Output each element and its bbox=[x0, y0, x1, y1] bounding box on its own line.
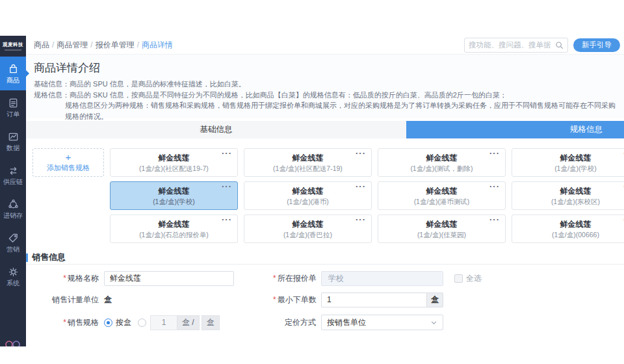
spec-card-subtitle: (1盒/盒)(学校) bbox=[153, 198, 195, 205]
spec-unit-b[interactable]: 盒 bbox=[202, 315, 220, 330]
breadcrumb-quotation-management[interactable]: 报价单管理 bbox=[96, 40, 135, 51]
spec-card-title: 鲜金线莲 bbox=[426, 153, 458, 162]
sidebar-item-marketing[interactable]: 营销 bbox=[0, 226, 26, 259]
spec-card[interactable]: ··· 鲜金线莲 (1盒/盒)(佳菜园) bbox=[378, 214, 506, 243]
plus-icon: + bbox=[66, 152, 72, 162]
customer-service-icon[interactable] bbox=[4, 339, 22, 346]
radio-by-box[interactable] bbox=[104, 318, 112, 327]
spec-card-selected[interactable]: ··· 鲜金线莲 (1盒/盒)(学校) bbox=[110, 181, 238, 210]
page-title: 商品详情介绍 bbox=[34, 60, 616, 75]
spec-card-subtitle: (1盒/盒)(社区配送7-19) bbox=[273, 164, 343, 172]
select-all-option[interactable]: 全选 bbox=[454, 273, 482, 284]
spec-card-title: 鲜金线莲 bbox=[560, 220, 592, 229]
sale-unit-row: 销售计量单位 盒 bbox=[31, 291, 112, 308]
price-sheet-label: 所在报价单 bbox=[273, 273, 316, 284]
select-all-checkbox[interactable] bbox=[454, 274, 463, 283]
spec-card[interactable]: ··· 鲜金线莲 (1盒/盒)(测试，删除) bbox=[378, 148, 506, 177]
add-sale-spec-label: 添加销售规格 bbox=[47, 163, 90, 173]
sidebar-item-label: 订单 bbox=[6, 111, 20, 118]
card-menu-icon[interactable]: ··· bbox=[356, 182, 366, 191]
spec-card-title: 鲜金线莲 bbox=[159, 153, 190, 162]
sidebar-item-data[interactable]: 数据 bbox=[0, 124, 26, 158]
sidebar-item-system[interactable]: 系统 bbox=[0, 259, 26, 293]
chevron-down-icon bbox=[430, 319, 437, 326]
sidebar-item-inventory[interactable]: 进销存 bbox=[0, 192, 26, 226]
spec-card-area: + 添加销售规格 ··· 鲜金线莲 (1盒/盒)(社区配送19-7) ··· 鲜… bbox=[26, 138, 624, 246]
add-sale-spec-button[interactable]: + 添加销售规格 bbox=[32, 148, 104, 177]
tab-spec-info[interactable]: 规格信息 bbox=[406, 121, 624, 138]
spec-qty-input[interactable]: 1 bbox=[150, 315, 177, 330]
spec-name-input[interactable] bbox=[104, 271, 234, 286]
spec-card-subtitle: (1盒/盒)(测试，删除) bbox=[410, 164, 473, 172]
sale-unit-value: 盒 bbox=[104, 294, 112, 306]
product-detail-intro: 商品详情介绍 基础信息：商品的 SPU 信息，是商品的标准特征描述，比如白菜。 … bbox=[26, 55, 624, 118]
spec-unit-a[interactable]: 盒 / bbox=[177, 315, 200, 330]
spec-card[interactable]: ··· 鲜金线莲 (1盒/盒)(东校区) bbox=[512, 181, 624, 210]
sidebar-item-supply-chain[interactable]: 供应链 bbox=[0, 158, 26, 192]
spec-card[interactable]: ··· 鲜金线莲 (1盒/盒)(社区配送7-19) bbox=[244, 148, 372, 177]
spec-card-subtitle: (1盒/盒)(东校区) bbox=[551, 198, 600, 205]
breadcrumb-goods[interactable]: 商品 bbox=[34, 40, 49, 51]
app-logo[interactable]: 观麦科技 bbox=[0, 36, 26, 57]
breadcrumb-current-page: 商品详情 bbox=[142, 40, 173, 51]
pricing-label: 定价方式 bbox=[273, 317, 316, 328]
min-order-label: 最小下单数 bbox=[273, 294, 316, 306]
spec-name-label: 规格名称 bbox=[31, 273, 99, 284]
radio-custom-spec[interactable] bbox=[138, 318, 146, 327]
intro-line-basic: 基础信息：商品的 SPU 信息，是商品的标准特征描述，比如白菜。 bbox=[34, 79, 616, 90]
spec-card-title: 鲜金线莲 bbox=[292, 153, 324, 162]
card-menu-icon[interactable]: ··· bbox=[222, 215, 232, 224]
spec-card[interactable]: ··· 鲜金线莲 (1盒/盒)(社区配送19-7) bbox=[110, 148, 238, 177]
intro-line-spec: 规格信息：商品的 SKU 信息，按商品是不同特征分为不同的规格，比如商品【白菜】… bbox=[34, 90, 616, 101]
sale-unit-label: 销售计量单位 bbox=[31, 294, 99, 306]
cycle-icon bbox=[7, 198, 20, 211]
card-menu-icon[interactable]: ··· bbox=[222, 149, 232, 158]
beginner-guide-button[interactable]: 新手引导 bbox=[573, 38, 620, 52]
spec-card-title: 鲜金线莲 bbox=[292, 220, 324, 229]
sidebar-item-label: 进销存 bbox=[3, 213, 23, 219]
card-menu-icon[interactable]: ··· bbox=[356, 149, 366, 158]
spec-card[interactable]: ··· 鲜金线莲 (1盒/盒)(石总的报价单) bbox=[110, 214, 238, 243]
bag-icon bbox=[7, 63, 20, 75]
price-sheet-row: 所在报价单 学校 全选 bbox=[273, 270, 482, 287]
pricing-select[interactable]: 按销售单位 bbox=[321, 315, 443, 330]
spec-card[interactable]: ··· 鲜金线莲 (1盒/盒)(港币) bbox=[244, 181, 372, 210]
search-icon[interactable] bbox=[555, 41, 564, 49]
price-sheet-input[interactable]: 学校 bbox=[321, 271, 443, 286]
breadcrumb-separator: / bbox=[90, 40, 92, 49]
breadcrumb-goods-management[interactable]: 商品管理 bbox=[57, 40, 88, 51]
section-header: 销售信息 bbox=[26, 252, 66, 263]
gear-icon bbox=[7, 266, 20, 278]
sidebar-item-label: 系统 bbox=[6, 280, 20, 287]
breadcrumb-separator: / bbox=[137, 40, 139, 49]
min-order-input[interactable] bbox=[321, 292, 426, 307]
card-menu-icon[interactable]: ··· bbox=[489, 149, 500, 158]
global-search[interactable] bbox=[464, 38, 568, 53]
spec-card[interactable]: ··· 鲜金线莲 (1盒/盒)(港币测试) bbox=[378, 181, 506, 210]
search-input[interactable] bbox=[469, 41, 555, 49]
sidebar-item-label: 商品 bbox=[6, 77, 20, 84]
card-menu-icon[interactable]: ··· bbox=[356, 215, 366, 224]
card-menu-icon[interactable]: ··· bbox=[222, 182, 232, 191]
sidebar-item-goods[interactable]: 商品 bbox=[0, 57, 26, 90]
spec-card-title: 鲜金线莲 bbox=[426, 220, 458, 229]
breadcrumb: 商品 / 商品管理 / 报价单管理 / 商品详情 bbox=[34, 40, 173, 51]
spec-card-title: 鲜金线莲 bbox=[159, 187, 190, 196]
spec-card[interactable]: ··· 鲜金线莲 (1盒/盒)(00666) bbox=[512, 214, 624, 243]
select-all-label: 全选 bbox=[466, 273, 482, 284]
sidebar: 观麦科技 商品 订单 数据 供应链 进销存 营销 系统 bbox=[0, 36, 26, 346]
sidebar-item-orders[interactable]: 订单 bbox=[0, 90, 26, 124]
card-menu-icon[interactable]: ··· bbox=[489, 182, 500, 191]
sidebar-item-label: 营销 bbox=[6, 246, 20, 253]
sale-spec-row: 销售规格 按盒 1 盒 / 盒 bbox=[31, 314, 220, 331]
spec-card[interactable]: ··· 鲜金线莲 (1盒/盒)(学校) bbox=[512, 148, 624, 177]
intro-line-spec-detail: 规格信息区分为两种规格：销售规格和采购规格，销售规格用于绑定报价单和商城展示，对… bbox=[34, 100, 616, 122]
tab-basic-info[interactable]: 基础信息 bbox=[26, 121, 406, 138]
min-order-field: 盒 bbox=[321, 292, 443, 307]
spec-card[interactable]: ··· 鲜金线莲 (1盒/盒)(香巴拉) bbox=[244, 214, 372, 243]
spec-card-subtitle: (1盒/盒)(00666) bbox=[552, 231, 599, 239]
topbar: 商品 / 商品管理 / 报价单管理 / 商品详情 新手引导 bbox=[26, 36, 624, 55]
card-menu-icon[interactable]: ··· bbox=[489, 215, 500, 224]
spec-card-title: 鲜金线莲 bbox=[292, 187, 324, 196]
spec-card-title: 鲜金线莲 bbox=[159, 220, 190, 229]
